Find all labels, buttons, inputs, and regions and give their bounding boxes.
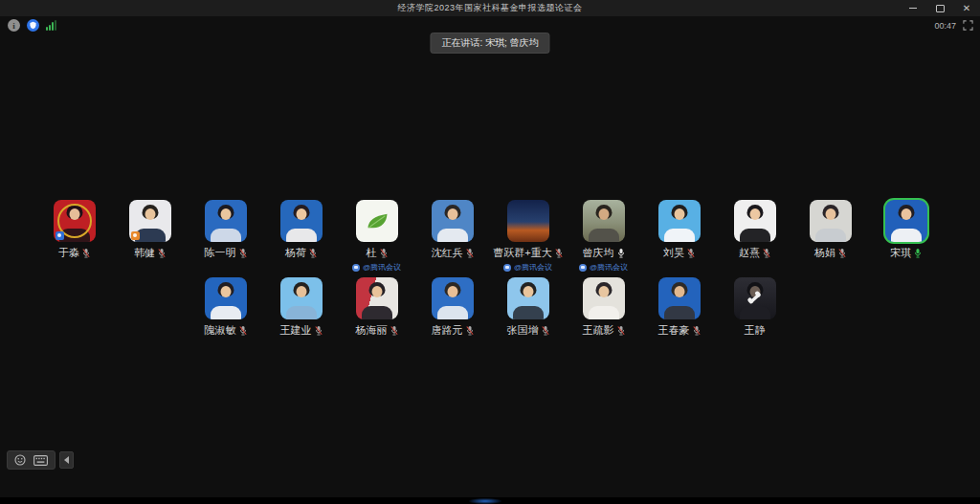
taskbar-accent-glow [469,498,501,504]
participant-tile[interactable]: 于淼 [48,200,101,273]
participant-tile[interactable]: 杜 @腾讯会议 [350,200,404,273]
mic-status-icon [82,248,90,258]
phone-handset-icon [746,290,764,308]
mic-status-icon [380,248,388,258]
participant-name: 韩健 [134,246,155,260]
close-button[interactable]: ✕ [961,3,972,14]
participant-row-1: 于淼 [0,200,980,273]
participant-name: 赵熹 [739,246,760,260]
participant-tile[interactable]: 赵熹 [728,200,782,273]
network-signal-icon[interactable] [46,20,56,31]
participant-name-row: 隗淑敏 [205,323,247,338]
meeting-status-icons: i [8,19,56,32]
participant-name: 王静 [745,323,766,338]
participant-tile[interactable]: 沈红兵 [426,200,479,273]
participant-tile[interactable]: 杨荷 [275,200,328,273]
participant-name-row: 宋琪 [890,246,922,260]
meeting-app-text: @腾讯会议 [514,262,552,273]
participant-row-2: 隗淑敏 [0,277,980,338]
avatar-body [513,306,544,319]
participant-avatar [658,277,701,319]
role-badge [131,231,140,240]
avatar-face [674,208,684,220]
participant-name-row: 沈红兵 [432,246,474,260]
participant-tile[interactable]: 杨海丽 [350,277,404,338]
avatar-body [362,306,392,319]
participant-tile[interactable]: 曾庆均 @腾讯会议 [577,200,631,273]
role-badge [56,231,64,240]
window-controls: ✕ [907,0,972,16]
fullscreen-icon[interactable] [963,20,973,31]
participant-name-row: 杨娟 [814,246,846,260]
participant-name: 隗淑敏 [205,323,236,338]
avatar-face [296,208,306,220]
avatar-body [740,306,770,319]
avatar-body [664,229,695,242]
participant-tile[interactable]: 王春豪 [653,277,706,338]
participant-name-row: 张国增 [507,323,549,338]
participant-avatar [432,277,474,319]
participant-avatar [205,200,247,242]
participant-name-row: 王静 [745,323,766,338]
participant-avatar [205,277,247,319]
participant-tile[interactable]: 刘昊 [653,200,706,273]
participant-tile[interactable]: 杨娟 [804,200,858,273]
participant-tile[interactable]: 王建业 [275,277,328,338]
participant-name: 杨娟 [814,246,835,260]
participant-tile[interactable]: 隗淑敏 [199,277,253,338]
avatar-body [891,229,922,242]
emoji-panel-icon[interactable] [14,454,26,466]
taskbar-strip[interactable] [0,497,980,504]
participant-name: 杨海丽 [356,323,388,338]
meeting-title: 经济学院2023年国家社科基金申报选题论证会 [397,2,582,14]
avatar-face [145,208,155,220]
avatar-face [598,208,609,220]
participant-tile[interactable]: 韩健 [123,200,177,273]
participant-name-row: 王春豪 [658,323,701,338]
participant-name: 陈一明 [205,246,236,260]
participant-avatar [280,200,323,242]
touch-keyboard-icon[interactable] [33,455,48,466]
avatar-face [447,208,457,220]
participant-tile[interactable]: 王疏影 [577,277,631,338]
participant-name-row: 韩健 [134,246,166,260]
mic-status-icon [239,325,247,336]
avatar-face [447,286,457,297]
mic-status-icon [466,248,474,258]
meeting-app-text: @腾讯会议 [363,262,401,273]
participant-tile[interactable]: 宋琪 [880,200,933,273]
participant-tile[interactable]: 张国增 [501,277,555,338]
avatar-body [589,229,619,242]
security-shield-icon[interactable] [27,19,39,32]
participant-tile[interactable]: 陈一明 [199,200,253,273]
mic-status-icon [315,325,323,336]
ime-collapse-button[interactable] [59,451,74,469]
participant-name-row: 曹跃群+重大 [493,246,562,260]
avatar-face [901,208,911,220]
avatar-face [523,286,533,297]
meeting-info-icon[interactable]: i [8,19,20,32]
avatar-body [286,306,317,319]
participant-name: 张国增 [507,323,539,338]
mic-status-icon [763,248,770,258]
meeting-app-label: @腾讯会议 [579,262,628,273]
meeting-app-label: @腾讯会议 [503,262,552,273]
avatar-face [69,208,79,220]
participant-avatar [356,200,398,242]
meeting-duration: 00:47 [934,21,956,31]
participant-name: 曹跃群+重大 [493,246,551,260]
avatar-body [740,229,770,242]
avatar-body [589,306,619,319]
participant-tile[interactable]: 曹跃群+重大 @腾讯会议 [501,200,555,273]
participant-avatar [885,200,927,242]
ime-pill [7,450,56,470]
leaf-image [364,211,390,231]
collapse-arrow-icon [64,456,69,464]
participant-name: 唐路元 [432,323,463,338]
participant-tile[interactable]: 王静 [728,277,782,338]
participant-name: 王疏影 [583,323,614,338]
maximize-button[interactable] [934,3,946,14]
participant-tile[interactable]: 唐路元 [426,277,479,338]
participant-name: 曾庆均 [583,246,614,260]
minimize-button[interactable] [907,3,919,14]
